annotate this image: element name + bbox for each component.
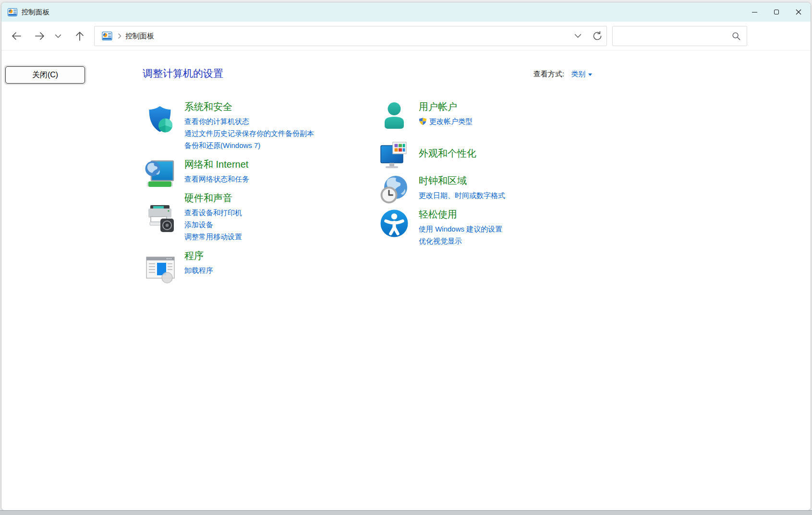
uac-shield-icon [419, 117, 427, 125]
category-title-link[interactable]: 硬件和声音 [184, 192, 232, 204]
category-title-link[interactable]: 网络和 Internet [184, 158, 248, 171]
close-icon [796, 9, 801, 15]
forward-button[interactable] [32, 28, 48, 44]
context-close-button[interactable]: 关闭(C) [5, 66, 85, 84]
task-link[interactable]: 更改日期、时间或数字格式 [419, 189, 688, 201]
network-globe-icon[interactable] [145, 158, 175, 189]
task-link[interactable]: 优化视觉显示 [419, 235, 688, 247]
search-input[interactable] [613, 32, 731, 40]
printer-speaker-icon[interactable] [145, 202, 175, 233]
recent-pages-dropdown[interactable] [51, 28, 65, 44]
chevron-down-icon [55, 34, 61, 38]
category-title-link[interactable]: 外观和个性化 [419, 147, 476, 159]
category-programs: 程序 卸载程序 [145, 249, 453, 284]
globe-clock-icon[interactable] [379, 174, 410, 205]
programs-window-icon[interactable] [145, 253, 175, 284]
up-button[interactable] [72, 28, 88, 44]
address-bar-actions [574, 26, 603, 46]
category-title-link[interactable]: 程序 [184, 249, 204, 262]
navigation-bar: 控制面板 [1, 22, 811, 50]
category-clock-region: 时钟和区域 更改日期、时间或数字格式 [379, 174, 688, 205]
content-area: 关闭(C) 调整计算机的设置 查看方式: 类别 [1, 50, 811, 510]
dropdown-caret-icon [588, 74, 592, 76]
maximize-icon [774, 10, 779, 14]
task-link[interactable]: 使用 Windows 建议的设置 [419, 223, 688, 235]
task-link[interactable]: 更改帐户类型 [429, 115, 473, 127]
window-title: 控制面板 [22, 8, 49, 17]
control-panel-window: 控制面板 [1, 2, 811, 511]
view-by-selector[interactable]: 类别 [571, 70, 592, 79]
address-dropdown-icon[interactable] [574, 34, 582, 38]
monitor-personalization-icon[interactable] [379, 141, 410, 172]
back-arrow-icon [11, 30, 22, 42]
category-user-accounts: 用户帐户 更改帐户类型 [379, 100, 688, 131]
window-controls [743, 2, 810, 22]
breadcrumb-item-control-panel[interactable]: 控制面板 [125, 32, 154, 41]
category-ease-of-access: 轻松使用 使用 Windows 建议的设置 优化视觉显示 [379, 208, 688, 247]
forward-arrow-icon [34, 30, 46, 42]
category-appearance-personalization: 外观和个性化 [379, 141, 688, 172]
page-title: 调整计算机的设置 [143, 67, 223, 80]
category-title-link[interactable]: 用户帐户 [419, 100, 457, 113]
breadcrumb-chevron-icon[interactable] [117, 33, 122, 39]
control-panel-icon [102, 32, 112, 40]
refresh-icon[interactable] [592, 31, 603, 41]
search-box [612, 26, 747, 46]
view-by-row: 查看方式: 类别 [533, 70, 592, 79]
user-silhouette-icon[interactable] [379, 100, 410, 131]
up-arrow-icon [74, 30, 85, 42]
accessibility-icon[interactable] [379, 208, 410, 239]
view-by-value: 类别 [571, 70, 585, 79]
category-title-link[interactable]: 轻松使用 [419, 208, 457, 221]
back-button[interactable] [8, 28, 24, 44]
address-bar[interactable]: 控制面板 [94, 26, 607, 46]
security-shield-icon[interactable] [145, 104, 175, 135]
control-panel-icon [8, 8, 17, 16]
view-by-label: 查看方式: [533, 70, 564, 79]
category-title-link[interactable]: 时钟和区域 [419, 174, 467, 187]
search-icon[interactable] [731, 31, 741, 41]
minimize-icon [752, 12, 757, 12]
category-title-link[interactable]: 系统和安全 [184, 100, 232, 113]
task-link[interactable]: 卸载程序 [184, 264, 453, 276]
taskbar-edge [0, 510, 812, 515]
titlebar: 控制面板 [1, 2, 811, 22]
minimize-button[interactable] [743, 2, 765, 22]
maximize-button[interactable] [765, 2, 788, 22]
close-button[interactable] [788, 2, 810, 22]
